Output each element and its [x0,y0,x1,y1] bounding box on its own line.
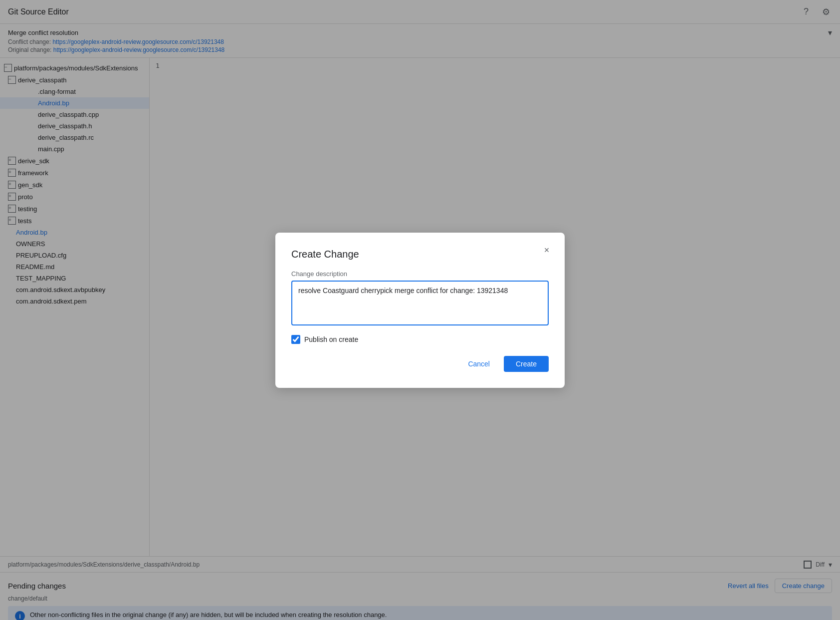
publish-on-create-row: Publish on create [291,335,549,344]
publish-label: Publish on create [304,335,358,343]
modal-title: Create Change [291,249,549,260]
description-textarea[interactable]: resolve Coastguard cherrypick merge conf… [291,281,549,325]
modal-actions: Cancel Create [291,356,549,372]
publish-checkbox[interactable] [291,335,300,344]
modal-overlay: Create Change × Change description resol… [0,0,840,620]
create-change-modal: Create Change × Change description resol… [275,233,565,388]
create-button[interactable]: Create [504,356,549,372]
modal-close-button[interactable]: × [539,243,555,259]
cancel-button[interactable]: Cancel [460,356,498,372]
description-label: Change description [291,270,549,278]
